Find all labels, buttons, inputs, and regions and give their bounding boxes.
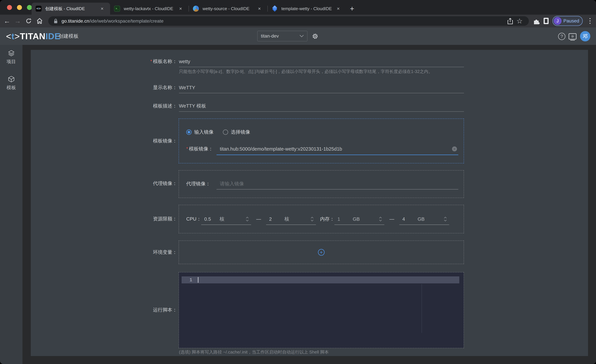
tab-close-icon[interactable]: × xyxy=(335,5,342,12)
clear-input-icon[interactable]: × xyxy=(452,146,457,151)
input-underline xyxy=(216,189,458,189)
profile-chip[interactable]: J Paused xyxy=(552,16,583,26)
sidebar-item-projects[interactable]: 项目 xyxy=(0,50,22,65)
help-icon[interactable]: ? xyxy=(557,32,566,41)
proxy-image-input[interactable]: 请输入镜像 xyxy=(220,181,244,187)
range-dash: — xyxy=(384,216,399,222)
tab-create-template[interactable]: <t> 创建模板 - CloudIDE × xyxy=(32,3,110,15)
tab-close-icon[interactable]: × xyxy=(177,5,184,12)
cpu-max-input[interactable]: 2 xyxy=(266,216,284,222)
radio-selected-icon xyxy=(186,130,192,135)
tab-close-icon[interactable]: × xyxy=(256,5,263,12)
display-name-label: 显示名称： xyxy=(31,84,177,91)
logo-titan: TITAN xyxy=(20,31,45,41)
browser-menu-icon[interactable] xyxy=(587,17,593,25)
settings-gear-icon[interactable] xyxy=(311,32,319,41)
resources-row: CPU： 0.5 核 — 2 核 xyxy=(179,213,464,225)
window-controls xyxy=(7,5,32,10)
template-name-hint: 只能包含小写字母[a-z]、数字[0-9]、点[.]与破折号[-]，必须以小写字… xyxy=(179,69,432,74)
create-template-form: *模板名称： wetty 只能包含小写字母[a-z]、数字[0-9]、点[.]与… xyxy=(31,50,588,356)
radio-unselected-icon xyxy=(223,130,228,135)
env-vars-label: 环境变量： xyxy=(31,249,177,256)
proxy-image-label: 代理镜像： xyxy=(31,180,177,187)
env-vars-box: + xyxy=(179,240,464,264)
url-bar[interactable]: go.titanide.cn/ide/web/workspace/templat… xyxy=(48,16,529,26)
tab-close-icon[interactable]: × xyxy=(99,5,105,12)
stepper-icons[interactable] xyxy=(379,217,384,221)
description-input[interactable]: WeTTY 模板 xyxy=(179,103,206,109)
tab-title: template-wetty - CloudIDE xyxy=(281,6,335,11)
mem-min-group: 1 GB xyxy=(335,213,384,225)
mem-max-input[interactable]: 4 xyxy=(399,216,417,222)
template-name-label: *模板名称： xyxy=(31,58,177,65)
cpu-min-input[interactable]: 0.5 xyxy=(201,216,220,222)
required-asterisk: * xyxy=(186,146,188,151)
bookmark-star-icon[interactable]: ☆ xyxy=(515,16,524,26)
page-body: 项目 模板 *模板名称： wetty 只能包含小写字母[a-z]、数字[0-9]… xyxy=(0,45,596,364)
template-image-input[interactable]: titan.hub:5000/demo/template-wetty:v2023… xyxy=(220,146,342,152)
input-underline xyxy=(179,93,464,93)
display-name-input[interactable]: WeTTY xyxy=(179,85,195,90)
stepper-icons[interactable] xyxy=(246,217,251,221)
resources-box: CPU： 0.5 核 — 2 核 xyxy=(179,205,464,233)
stepper-icons[interactable] xyxy=(311,217,316,221)
mem-max-unit: GB xyxy=(417,216,444,222)
editor-line-number: 1 xyxy=(182,277,192,283)
maximize-window-button[interactable] xyxy=(27,5,32,10)
home-icon[interactable] xyxy=(35,16,45,26)
stepper-icons[interactable] xyxy=(444,217,449,221)
memory-label: 内存： xyxy=(320,216,335,222)
cpu-min-unit: 核 xyxy=(220,216,246,222)
reload-icon[interactable] xyxy=(24,16,34,26)
layers-icon xyxy=(8,50,15,57)
cpu-min-group: 0.5 核 xyxy=(201,213,251,225)
radio-label: 选择镜像 xyxy=(231,129,250,135)
radio-input-image[interactable]: 输入镜像 xyxy=(186,129,214,135)
url-path: /ide/web/workspace/template/create xyxy=(89,18,164,24)
tab-template-wetty[interactable]: template-wetty - CloudIDE × xyxy=(268,3,346,15)
editor-ruler xyxy=(422,284,422,333)
extensions-puzzle-icon[interactable] xyxy=(531,16,541,26)
back-icon[interactable]: ← xyxy=(2,16,12,26)
minimize-window-button[interactable] xyxy=(17,5,22,10)
tab-title: wetty-source - CloudIDE xyxy=(202,6,256,11)
editor-cursor xyxy=(198,277,198,283)
logo-t: t xyxy=(11,31,15,41)
logo-bracket: > xyxy=(15,31,20,41)
required-asterisk: * xyxy=(150,59,152,64)
tab-title: wetty-lackavtx - CloudIDE xyxy=(124,6,177,11)
diamond-favicon xyxy=(272,6,278,12)
tab-panel-icon[interactable] xyxy=(541,16,551,26)
run-script-hint: (选填) 脚本将写入路径 ~/.cache/.init，当工作区启动时自动运行以… xyxy=(179,349,329,355)
run-script-label: 运行脚本： xyxy=(31,307,177,313)
add-env-var-button[interactable]: + xyxy=(318,249,325,256)
titanide-favicon: <t> xyxy=(36,6,42,12)
template-name-input[interactable]: wetty xyxy=(179,59,190,64)
url-text: go.titanide.cn/ide/web/workspace/templat… xyxy=(61,18,164,24)
tab-wetty-lackavtx[interactable]: >_ wetty-lackavtx - CloudIDE × xyxy=(110,3,189,15)
forward-icon[interactable]: → xyxy=(13,16,23,26)
radio-label: 输入镜像 xyxy=(194,129,214,135)
terminal-favicon: >_ xyxy=(114,6,120,12)
tab-list: <t> 创建模板 - CloudIDE × >_ wetty-lackavtx … xyxy=(32,3,358,15)
fish-favicon xyxy=(193,6,199,12)
workspace-select[interactable]: titan-dev xyxy=(257,31,307,41)
logo-ide: IDE xyxy=(45,31,60,41)
mem-min-input[interactable]: 1 xyxy=(335,216,353,222)
tab-wetty-source[interactable]: wetty-source - CloudIDE × xyxy=(189,3,268,15)
workspace-monitor-icon[interactable] xyxy=(568,32,577,41)
tab-strip: <t> 创建模板 - CloudIDE × >_ wetty-lackavtx … xyxy=(0,0,596,15)
user-avatar[interactable]: 邓 xyxy=(580,31,590,41)
range-dash: — xyxy=(251,216,266,222)
inner-proxy-label: 代理镜像： xyxy=(186,181,210,187)
new-tab-button[interactable]: + xyxy=(346,3,358,15)
share-icon[interactable] xyxy=(506,16,515,26)
profile-avatar: J xyxy=(554,17,562,25)
browser-toolbar: ← → go.titanide.cn/ide/web/workspace/tem… xyxy=(0,15,596,27)
radio-select-image[interactable]: 选择镜像 xyxy=(223,129,250,135)
script-code-editor[interactable]: 1 xyxy=(179,272,464,348)
input-underline xyxy=(179,67,464,67)
app-header: <t>TITANIDE 创建模板 titan-dev ? 邓 xyxy=(0,27,596,45)
close-window-button[interactable] xyxy=(7,5,12,10)
sidebar-item-templates[interactable]: 模板 xyxy=(0,75,22,91)
